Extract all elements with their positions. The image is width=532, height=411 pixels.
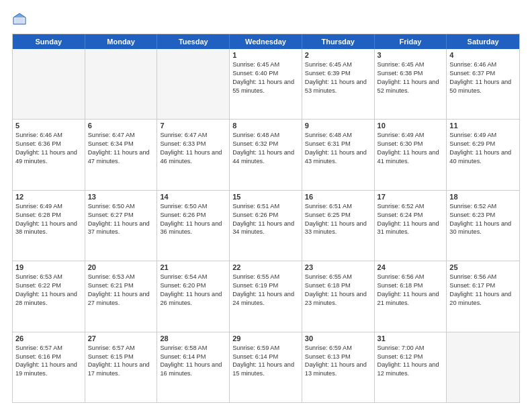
cell-info: Sunrise: 6:56 AMSunset: 6:18 PMDaylight:… (378, 273, 444, 308)
day-number: 14 (160, 193, 226, 201)
cell-info: Sunrise: 6:57 AMSunset: 6:15 PMDaylight:… (88, 344, 154, 379)
header (12, 12, 520, 27)
day-cell-15: 15Sunrise: 6:51 AMSunset: 6:26 PMDayligh… (230, 191, 302, 261)
day-number: 3 (378, 51, 444, 59)
day-cell-4: 4Sunrise: 6:46 AMSunset: 6:37 PMDaylight… (447, 49, 519, 119)
cell-info: Sunrise: 6:46 AMSunset: 6:37 PMDaylight:… (449, 60, 517, 95)
week-row-4: 19Sunrise: 6:53 AMSunset: 6:22 PMDayligh… (13, 261, 519, 331)
day-cell-23: 23Sunrise: 6:55 AMSunset: 6:18 PMDayligh… (302, 261, 375, 331)
cell-info: Sunrise: 6:59 AMSunset: 6:14 PMDaylight:… (232, 344, 299, 379)
day-cell-30: 30Sunrise: 6:59 AMSunset: 6:13 PMDayligh… (302, 332, 375, 402)
day-cell-6: 6Sunrise: 6:47 AMSunset: 6:34 PMDaylight… (85, 120, 158, 189)
cell-info: Sunrise: 6:49 AMSunset: 6:29 PMDaylight:… (449, 131, 517, 166)
day-cell-27: 27Sunrise: 6:57 AMSunset: 6:15 PMDayligh… (85, 332, 158, 402)
cell-info: Sunrise: 6:53 AMSunset: 6:21 PMDaylight:… (88, 273, 154, 308)
day-number: 1 (232, 51, 299, 59)
cell-info: Sunrise: 6:45 AMSunset: 6:39 PMDaylight:… (305, 60, 371, 95)
day-cell-18: 18Sunrise: 6:52 AMSunset: 6:23 PMDayligh… (447, 191, 519, 261)
day-cell-28: 28Sunrise: 6:58 AMSunset: 6:14 PMDayligh… (157, 332, 230, 402)
cell-info: Sunrise: 6:57 AMSunset: 6:16 PMDaylight:… (15, 344, 82, 379)
day-cell-9: 9Sunrise: 6:48 AMSunset: 6:31 PMDaylight… (302, 120, 375, 189)
calendar: SundayMondayTuesdayWednesdayThursdayFrid… (12, 34, 520, 403)
cell-info: Sunrise: 6:46 AMSunset: 6:36 PMDaylight:… (15, 131, 82, 166)
day-number: 28 (160, 334, 226, 342)
day-cell-13: 13Sunrise: 6:50 AMSunset: 6:27 PMDayligh… (85, 191, 158, 261)
day-cell-10: 10Sunrise: 6:49 AMSunset: 6:30 PMDayligh… (375, 120, 447, 189)
day-cell-3: 3Sunrise: 6:45 AMSunset: 6:38 PMDaylight… (375, 49, 447, 119)
day-headers: SundayMondayTuesdayWednesdayThursdayFrid… (13, 34, 519, 49)
weeks: 1Sunrise: 6:45 AMSunset: 6:40 PMDaylight… (13, 49, 519, 402)
cell-info: Sunrise: 6:55 AMSunset: 6:18 PMDaylight:… (305, 273, 371, 308)
day-number: 27 (88, 334, 154, 342)
day-header-saturday: Saturday (447, 34, 519, 49)
day-cell-2: 2Sunrise: 6:45 AMSunset: 6:39 PMDaylight… (302, 49, 375, 119)
cell-info: Sunrise: 6:50 AMSunset: 6:27 PMDaylight:… (88, 202, 154, 237)
day-number: 10 (378, 122, 444, 130)
cell-info: Sunrise: 7:00 AMSunset: 6:12 PMDaylight:… (378, 344, 444, 379)
day-number: 7 (160, 122, 226, 130)
day-cell-21: 21Sunrise: 6:54 AMSunset: 6:20 PMDayligh… (157, 261, 230, 331)
day-cell-25: 25Sunrise: 6:56 AMSunset: 6:17 PMDayligh… (447, 261, 519, 331)
day-cell-17: 17Sunrise: 6:52 AMSunset: 6:24 PMDayligh… (375, 191, 447, 261)
cell-info: Sunrise: 6:59 AMSunset: 6:13 PMDaylight:… (305, 344, 371, 379)
cell-info: Sunrise: 6:48 AMSunset: 6:31 PMDaylight:… (305, 131, 371, 166)
day-number: 9 (305, 122, 371, 130)
cell-info: Sunrise: 6:50 AMSunset: 6:26 PMDaylight:… (160, 202, 226, 237)
cell-info: Sunrise: 6:49 AMSunset: 6:30 PMDaylight:… (378, 131, 444, 166)
day-number: 8 (232, 122, 299, 130)
day-cell-29: 29Sunrise: 6:59 AMSunset: 6:14 PMDayligh… (230, 332, 302, 402)
cell-info: Sunrise: 6:45 AMSunset: 6:38 PMDaylight:… (378, 60, 444, 95)
day-cell-7: 7Sunrise: 6:47 AMSunset: 6:33 PMDaylight… (157, 120, 230, 189)
day-cell-19: 19Sunrise: 6:53 AMSunset: 6:22 PMDayligh… (13, 261, 85, 331)
day-cell-8: 8Sunrise: 6:48 AMSunset: 6:32 PMDaylight… (230, 120, 302, 189)
day-header-thursday: Thursday (302, 34, 375, 49)
day-number: 20 (88, 263, 154, 271)
day-cell-5: 5Sunrise: 6:46 AMSunset: 6:36 PMDaylight… (13, 120, 85, 189)
day-number: 2 (305, 51, 371, 59)
day-cell-24: 24Sunrise: 6:56 AMSunset: 6:18 PMDayligh… (375, 261, 447, 331)
day-cell-empty-0-1 (85, 49, 158, 119)
week-row-1: 1Sunrise: 6:45 AMSunset: 6:40 PMDaylight… (13, 49, 519, 119)
day-cell-empty-0-0 (13, 49, 85, 119)
cell-info: Sunrise: 6:58 AMSunset: 6:14 PMDaylight:… (160, 344, 226, 379)
day-cell-20: 20Sunrise: 6:53 AMSunset: 6:21 PMDayligh… (85, 261, 158, 331)
page: SundayMondayTuesdayWednesdayThursdayFrid… (0, 0, 532, 411)
day-cell-11: 11Sunrise: 6:49 AMSunset: 6:29 PMDayligh… (447, 120, 519, 189)
day-number: 25 (449, 263, 517, 271)
day-cell-12: 12Sunrise: 6:49 AMSunset: 6:28 PMDayligh… (13, 191, 85, 261)
day-number: 12 (15, 193, 82, 201)
logo-icon (12, 12, 27, 27)
day-header-wednesday: Wednesday (230, 34, 302, 49)
cell-info: Sunrise: 6:45 AMSunset: 6:40 PMDaylight:… (232, 60, 299, 95)
day-number: 24 (378, 263, 444, 271)
day-number: 5 (15, 122, 82, 130)
day-number: 4 (449, 51, 517, 59)
svg-rect-3 (15, 18, 24, 24)
day-number: 22 (232, 263, 299, 271)
day-number: 11 (449, 122, 517, 130)
day-number: 19 (15, 263, 82, 271)
day-number: 15 (232, 193, 299, 201)
day-number: 17 (378, 193, 444, 201)
day-cell-1: 1Sunrise: 6:45 AMSunset: 6:40 PMDaylight… (230, 49, 302, 119)
day-number: 23 (305, 263, 371, 271)
day-number: 30 (305, 334, 371, 342)
day-cell-31: 31Sunrise: 7:00 AMSunset: 6:12 PMDayligh… (375, 332, 447, 402)
day-number: 13 (88, 193, 154, 201)
day-cell-14: 14Sunrise: 6:50 AMSunset: 6:26 PMDayligh… (157, 191, 230, 261)
cell-info: Sunrise: 6:51 AMSunset: 6:26 PMDaylight:… (232, 202, 299, 237)
cell-info: Sunrise: 6:56 AMSunset: 6:17 PMDaylight:… (449, 273, 517, 308)
cell-info: Sunrise: 6:53 AMSunset: 6:22 PMDaylight:… (15, 273, 82, 308)
day-header-sunday: Sunday (13, 34, 85, 49)
day-cell-empty-0-2 (157, 49, 230, 119)
week-row-3: 12Sunrise: 6:49 AMSunset: 6:28 PMDayligh… (13, 190, 519, 261)
day-number: 29 (232, 334, 299, 342)
day-cell-22: 22Sunrise: 6:55 AMSunset: 6:19 PMDayligh… (230, 261, 302, 331)
cell-info: Sunrise: 6:48 AMSunset: 6:32 PMDaylight:… (232, 131, 299, 166)
logo (12, 12, 30, 27)
cell-info: Sunrise: 6:52 AMSunset: 6:23 PMDaylight:… (449, 202, 517, 237)
day-cell-16: 16Sunrise: 6:51 AMSunset: 6:25 PMDayligh… (302, 191, 375, 261)
day-cell-26: 26Sunrise: 6:57 AMSunset: 6:16 PMDayligh… (13, 332, 85, 402)
day-header-tuesday: Tuesday (157, 34, 230, 49)
day-header-friday: Friday (375, 34, 447, 49)
